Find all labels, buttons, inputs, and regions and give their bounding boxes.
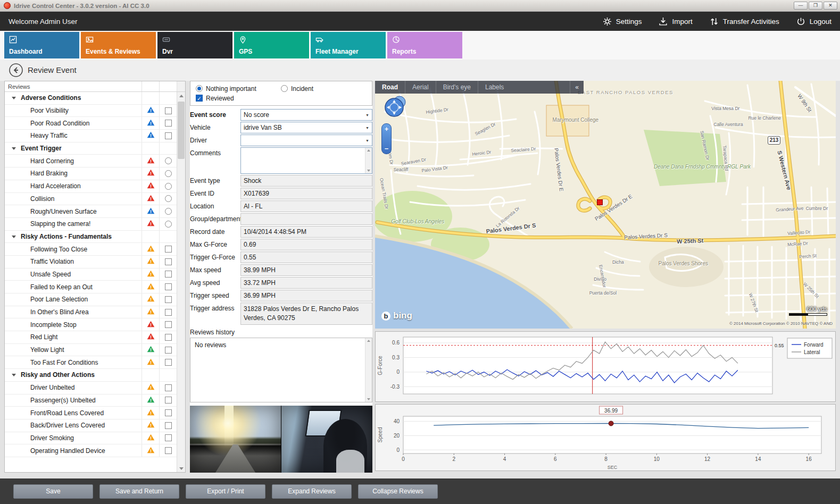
tree-item-slapping-the-camera[interactable]: Slapping the camera!! xyxy=(5,218,177,231)
collapse-arrow-icon[interactable] xyxy=(12,97,16,99)
checkbox-unchecked[interactable] xyxy=(165,347,172,354)
front-camera-video[interactable] xyxy=(190,406,281,473)
bing-map[interactable]: EAST RANCHO PALOS VERDESMarymount Colleg… xyxy=(375,81,836,329)
classification-option-reviewed[interactable]: Reviewed xyxy=(196,94,281,103)
scroll-up-arrow[interactable] xyxy=(177,92,185,100)
checkbox-unchecked[interactable] xyxy=(165,283,172,290)
radio-unchecked[interactable] xyxy=(281,85,288,92)
tree-item-heavy-traffic[interactable]: Heavy Traffic! xyxy=(5,130,177,142)
topbar-action-transfer-activities[interactable]: Transfer Activities xyxy=(710,17,779,26)
tree-item-back-driver-lens-covered[interactable]: Back/Driver Lens Covered! xyxy=(5,419,177,432)
checkbox-unchecked[interactable] xyxy=(165,334,172,341)
save-button[interactable]: Save xyxy=(13,484,93,499)
event-location-marker[interactable] xyxy=(597,199,603,205)
checkbox-unchecked[interactable] xyxy=(165,271,172,278)
event-score-select[interactable]: No score▼ xyxy=(240,109,372,121)
radio-checked[interactable] xyxy=(196,85,203,92)
topbar-action-logout[interactable]: Logout xyxy=(796,17,831,26)
tab-fleet-manager[interactable]: Fleet Manager xyxy=(311,32,386,58)
tab-dvr[interactable]: Dvr xyxy=(157,32,232,58)
checkbox-unchecked[interactable] xyxy=(165,107,172,114)
radio-unchecked[interactable] xyxy=(165,157,172,164)
checkbox-unchecked[interactable] xyxy=(165,132,172,139)
scroll-down-arrow[interactable] xyxy=(177,464,185,472)
map-view-bird-s-eye[interactable]: Bird's eye xyxy=(436,81,478,94)
tree-group-adverse-conditions[interactable]: Adverse Conditions xyxy=(5,92,177,105)
tree-item-in-other-s-blind-area[interactable]: In Other's Blind Area! xyxy=(5,306,177,319)
collapse-reviews-button[interactable]: Collapse Reviews xyxy=(358,484,438,499)
textarea-scrollbar[interactable] xyxy=(365,148,372,173)
scrollbar-thumb[interactable] xyxy=(178,102,185,159)
map-view-labels[interactable]: Labels xyxy=(478,81,511,94)
checkbox-unchecked[interactable] xyxy=(165,359,172,366)
zoom-out-button[interactable]: − xyxy=(382,145,391,153)
tree-item-yellow-light[interactable]: Yellow Light! xyxy=(5,344,177,357)
reviews-history-scrollbar[interactable] xyxy=(365,338,372,402)
tree-item-hard-braking[interactable]: Hard Braking! xyxy=(5,167,177,180)
tree-group-risky-actions-fundamentals[interactable]: Risky Actions - Fundamentals xyxy=(5,231,177,243)
tree-item-too-fast-for-conditions[interactable]: Too Fast For Conditions! xyxy=(5,356,177,369)
tree-item-poor-visibility[interactable]: Poor Visibility! xyxy=(5,105,177,117)
radio-unchecked[interactable] xyxy=(165,221,172,228)
collapse-arrow-icon[interactable] xyxy=(12,374,16,376)
checkbox-unchecked[interactable] xyxy=(165,321,172,328)
comments-textarea[interactable] xyxy=(240,147,372,174)
window-titlebar[interactable]: Idrive Control Center - 3.0.2 version - … xyxy=(0,0,840,12)
radio-unchecked[interactable] xyxy=(165,170,172,177)
checkbox-unchecked[interactable] xyxy=(165,409,172,416)
tree-item-collision[interactable]: Collision! xyxy=(5,193,177,206)
tab-gps[interactable]: GPS xyxy=(234,32,309,58)
tree-item-front-road-lens-covered[interactable]: Front/Road Lens Covered! xyxy=(5,407,177,419)
classification-option-nothing-important[interactable]: Nothing important xyxy=(196,84,281,93)
map-compass-control[interactable] xyxy=(384,95,408,119)
tree-group-event-trigger[interactable]: Event Trigger xyxy=(5,142,177,155)
tab-dashboard[interactable]: Dashboard xyxy=(4,32,79,58)
reviews-history-box[interactable]: No reviews xyxy=(190,338,372,402)
driver-select[interactable]: ▼ xyxy=(240,135,372,146)
tab-reports[interactable]: Reports xyxy=(387,32,462,58)
tree-item-incomplete-stop[interactable]: Incomplete Stop! xyxy=(5,318,177,331)
topbar-action-import[interactable]: Import xyxy=(659,17,692,26)
reviews-scrollbar[interactable] xyxy=(177,92,185,472)
checkbox-unchecked[interactable] xyxy=(165,447,172,454)
checkbox-unchecked[interactable] xyxy=(165,309,172,316)
checkbox-unchecked[interactable] xyxy=(165,258,172,265)
radio-unchecked[interactable] xyxy=(165,195,172,202)
checkbox-unchecked[interactable] xyxy=(165,296,172,303)
tree-item-passenger-s-unbelted[interactable]: Passenger(s) Unbelted! xyxy=(5,394,177,407)
tree-group-risky-and-other-actions[interactable]: Risky and Other Actions xyxy=(5,369,177,382)
vehicle-select[interactable]: idrive Van SB▼ xyxy=(240,122,372,133)
checkbox-unchecked[interactable] xyxy=(165,246,172,253)
map-view-aerial[interactable]: Aerial xyxy=(405,81,436,94)
checkbox-unchecked[interactable] xyxy=(165,434,172,441)
tree-item-poor-road-condition[interactable]: Poor Road Condition! xyxy=(5,117,177,130)
classification-option-incident[interactable]: Incident xyxy=(281,84,366,93)
cabin-camera-video[interactable] xyxy=(281,406,372,473)
export-print-button[interactable]: Export / Print xyxy=(186,484,265,499)
tree-item-poor-lane-selection[interactable]: Poor Lane Selection! xyxy=(5,293,177,306)
minimize-button[interactable]: — xyxy=(794,2,808,10)
checkbox-unchecked[interactable] xyxy=(165,120,172,127)
tree-item-driver-unbelted[interactable]: Driver Unbelted! xyxy=(5,382,177,394)
topbar-action-settings[interactable]: Settings xyxy=(603,17,642,26)
tree-item-operating-handled-device[interactable]: Operating Handled Device! xyxy=(5,444,177,457)
maximize-button[interactable]: ❐ xyxy=(809,2,822,10)
radio-unchecked[interactable] xyxy=(165,183,172,190)
zoom-in-button[interactable]: + xyxy=(382,125,391,133)
tree-item-red-light[interactable]: Red Light! xyxy=(5,331,177,344)
tree-item-traffic-violation[interactable]: Traffic Violation! xyxy=(5,256,177,268)
radio-unchecked[interactable] xyxy=(165,208,172,215)
tree-item-following-too-close[interactable]: Following Too Close! xyxy=(5,243,177,256)
tree-item-unsafe-speed[interactable]: Unsafe Speed! xyxy=(5,268,177,281)
map-view-road[interactable]: Road xyxy=(375,81,405,94)
expand-reviews-button[interactable]: Expand Reviews xyxy=(272,484,352,499)
map-bar-collapse-button[interactable]: « xyxy=(570,81,584,94)
tree-item-hard-cornering[interactable]: Hard Cornering! xyxy=(5,155,177,167)
tree-item-driver-smoking[interactable]: Driver Smoking! xyxy=(5,432,177,445)
close-button[interactable]: ✕ xyxy=(824,2,837,10)
checkbox-unchecked[interactable] xyxy=(165,397,172,404)
tab-events-reviews[interactable]: Events & Reviews xyxy=(81,32,156,58)
tree-item-rough-uneven-surface[interactable]: Rough/Uneven Surface! xyxy=(5,205,177,218)
save-and-return-button[interactable]: Save and Return xyxy=(99,484,179,499)
collapse-arrow-icon[interactable] xyxy=(12,147,16,150)
